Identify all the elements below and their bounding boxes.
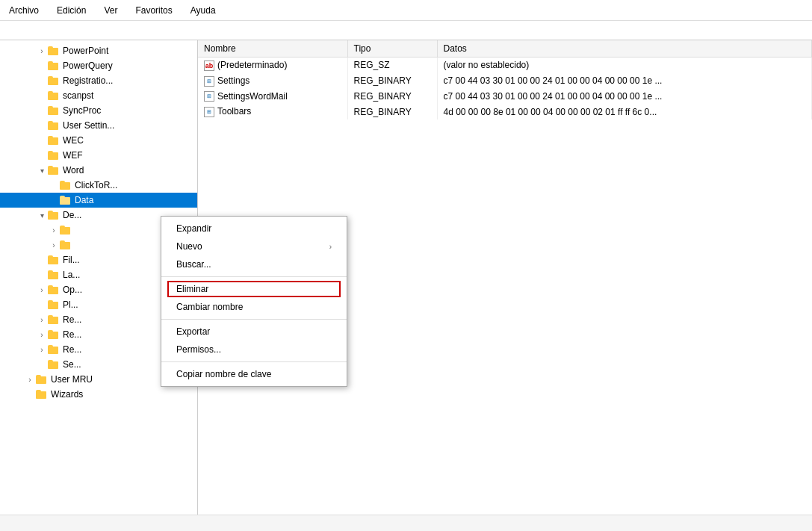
tree-item-clicktor[interactable]: ClickToR... [0, 178, 197, 193]
context-menu-item-expandir[interactable]: Expandir [161, 220, 347, 237]
expander-icon-re2[interactable]: › [36, 331, 48, 339]
registry-editor-window: ArchivoEdiciónVerFavoritosAyuda ›PowerPo… [0, 0, 812, 531]
tree-item-wizards[interactable]: Wizards [0, 387, 197, 402]
context-menu-item-buscar[interactable]: Buscar... [161, 255, 347, 273]
menubar-item-archivo[interactable]: Archivo [6, 4, 42, 17]
folder-icon-wec [48, 136, 60, 145]
col-tipo[interactable]: Tipo [347, 40, 437, 58]
tree-item-syncproc[interactable]: SyncProc [0, 103, 197, 118]
tree-item-powerpoint[interactable]: ›PowerPoint [0, 43, 197, 58]
context-menu-label-permisos: Permisos... [176, 344, 221, 355]
folder-icon-usersettings [48, 121, 60, 130]
folder-icon-scanpst [48, 91, 60, 100]
tree-label-wizards: Wizards [51, 389, 83, 400]
context-menu-item-copiar-nombre[interactable]: Copiar nombre de clave [161, 365, 347, 383]
menubar-item-ver[interactable]: Ver [101, 4, 120, 17]
context-menu-item-permisos[interactable]: Permisos... [161, 341, 347, 358]
table-row[interactable]: ⊞SettingsWordMailREG_BINARYc7 00 44 03 3… [198, 89, 812, 105]
statusbar [0, 515, 812, 531]
value-type-cell: REG_SZ [347, 58, 437, 73]
tree-item-data[interactable]: Data [0, 193, 197, 208]
context-menu-item-cambiar-nombre[interactable]: Cambiar nombre [161, 298, 347, 316]
tree-label-pl: Pl... [63, 299, 78, 310]
tree-label-scanpst: scanpst [63, 90, 93, 101]
folder-icon-op [48, 285, 60, 294]
context-menu-label-eliminar: Eliminar [176, 284, 208, 294]
context-menu-item-eliminar[interactable]: Eliminar [161, 280, 347, 298]
reg-icon-binary: ⊞ [204, 91, 214, 102]
values-table: Nombre Tipo Datos ab(Predeterminado)REG_… [198, 40, 812, 119]
folder-icon-pl [48, 300, 60, 309]
menubar-item-favoritos[interactable]: Favoritos [132, 4, 175, 17]
context-menu-label-exportar: Exportar [176, 326, 210, 337]
tree-label-re3: Re... [63, 344, 81, 355]
tree-item-registration[interactable]: Registratio... [0, 73, 197, 88]
tree-label-usersettings: User Settin... [63, 120, 114, 131]
folder-icon-se [48, 360, 60, 369]
context-menu-separator [161, 361, 347, 362]
tree-label-word: Word [63, 165, 84, 176]
context-menu-label-nuevo: Nuevo [176, 241, 202, 252]
expander-icon-re3[interactable]: › [36, 346, 48, 354]
context-menu-separator [161, 319, 347, 320]
tree-item-wef[interactable]: WEF [0, 148, 197, 163]
context-menu-item-exportar[interactable]: Exportar [161, 323, 347, 341]
value-type-cell: REG_BINARY [347, 89, 437, 105]
folder-icon-word [48, 166, 60, 175]
tree-item-wec[interactable]: WEC [0, 133, 197, 148]
folder-icon-powerquery [48, 61, 60, 70]
value-name: Toolbars [217, 106, 251, 117]
folder-icon-la [48, 270, 60, 279]
col-nombre[interactable]: Nombre [198, 40, 347, 58]
context-menu: ExpandirNuevo›Buscar...EliminarCambiar n… [161, 216, 347, 387]
value-type-cell: REG_BINARY [347, 104, 437, 119]
tree-label-registration: Registratio... [63, 75, 113, 86]
context-menu-label-cambiar-nombre: Cambiar nombre [176, 302, 243, 312]
menubar-item-edicion[interactable]: Edición [54, 4, 89, 17]
tree-item-scanpst[interactable]: scanpst [0, 88, 197, 103]
tree-label-wec: WEC [63, 135, 84, 146]
tree-label-syncproc: SyncProc [63, 105, 101, 116]
expander-icon-word[interactable]: ▾ [36, 167, 48, 175]
expander-icon-de-sub2[interactable]: › [48, 241, 60, 249]
folder-icon-wef [48, 151, 60, 160]
value-data-cell: (valor no establecido) [437, 58, 812, 73]
folder-icon-de-sub2 [60, 240, 72, 249]
expander-icon-usermru[interactable]: › [24, 376, 36, 384]
tree-label-de: De... [63, 210, 81, 220]
table-row[interactable]: ⊞SettingsREG_BINARYc7 00 44 03 30 01 00 … [198, 73, 812, 89]
context-menu-label-buscar: Buscar... [176, 259, 211, 270]
context-menu-separator [161, 276, 347, 277]
tree-label-re2: Re... [63, 329, 81, 340]
tree-label-clicktor: ClickToR... [75, 180, 117, 190]
tree-label-la: La... [63, 270, 80, 280]
menubar-item-ayuda[interactable]: Ayuda [187, 4, 219, 17]
table-row[interactable]: ⊞ToolbarsREG_BINARY4d 00 00 00 8e 01 00 … [198, 104, 812, 119]
folder-icon-de-sub1 [60, 226, 72, 235]
tree-label-powerpoint: PowerPoint [63, 46, 108, 56]
context-menu-label-expandir: Expandir [176, 223, 211, 234]
col-datos[interactable]: Datos [437, 40, 812, 58]
context-menu-label-copiar-nombre: Copiar nombre de clave [176, 369, 271, 379]
tree-label-data: Data [75, 195, 93, 205]
expander-icon-de[interactable]: ▾ [36, 211, 48, 220]
folder-icon-syncproc [48, 106, 60, 115]
reg-icon-ab: ab [204, 60, 214, 71]
folder-icon-re2 [48, 330, 60, 339]
expander-icon-powerpoint[interactable]: › [36, 47, 48, 55]
context-menu-item-nuevo[interactable]: Nuevo› [161, 237, 347, 255]
tree-item-usersettings[interactable]: User Settin... [0, 118, 197, 133]
folder-icon-powerpoint [48, 46, 60, 55]
tree-item-word[interactable]: ▾Word [0, 163, 197, 178]
value-name: SettingsWordMail [217, 91, 288, 102]
tree-label-powerquery: PowerQuery [63, 60, 113, 71]
expander-icon-de-sub1[interactable]: › [48, 226, 60, 235]
expander-icon-re1[interactable]: › [36, 316, 48, 324]
table-row[interactable]: ab(Predeterminado)REG_SZ(valor no establ… [198, 58, 812, 73]
tree-item-powerquery[interactable]: PowerQuery [0, 58, 197, 73]
addressbar [0, 21, 812, 40]
tree-label-fil: Fil... [63, 255, 80, 265]
expander-icon-op[interactable]: › [36, 286, 48, 294]
folder-icon-registration [48, 76, 60, 85]
folder-icon-clicktor [60, 181, 72, 190]
